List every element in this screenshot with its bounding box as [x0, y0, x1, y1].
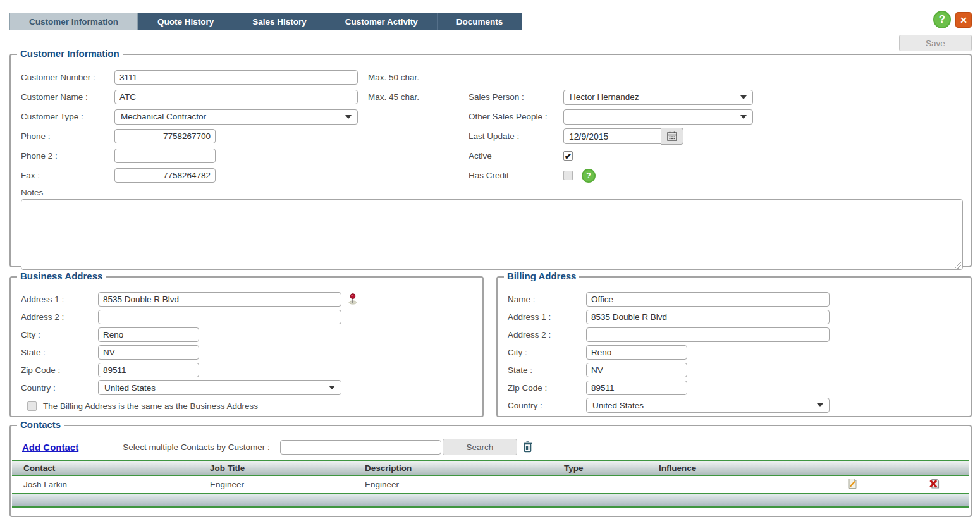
column-type: Type — [553, 461, 647, 475]
fax-input[interactable] — [114, 168, 216, 183]
business-zip-input[interactable] — [98, 363, 199, 377]
last-update-label: Last Update : — [469, 131, 563, 141]
business-country-select[interactable]: United States — [98, 380, 341, 395]
contacts-search-input[interactable] — [280, 440, 441, 455]
billing-zip-input[interactable] — [586, 381, 687, 395]
column-edit — [805, 461, 888, 475]
tab-documents[interactable]: Documents — [437, 13, 522, 30]
tab-sales-history[interactable]: Sales History — [233, 13, 326, 30]
column-job-title: Job Title — [199, 461, 353, 475]
active-checkbox[interactable]: ✔ — [563, 151, 573, 161]
chevron-down-icon — [740, 115, 747, 119]
contacts-table-footer — [12, 493, 969, 508]
close-icon[interactable]: ✕ — [955, 12, 972, 28]
billing-country-label: Country : — [508, 401, 586, 410]
business-address1-label: Address 1 : — [21, 295, 98, 304]
contact-influence-cell — [647, 475, 805, 493]
billing-zip-label: Zip Code : — [508, 383, 586, 393]
contact-description-cell: Engineer — [353, 475, 553, 493]
column-contact: Contact — [12, 461, 199, 475]
chevron-down-icon — [740, 95, 747, 99]
customer-information-legend: Customer Information — [17, 48, 123, 59]
other-sales-people-label: Other Sales People : — [469, 112, 563, 121]
billing-address1-label: Address 1 : — [508, 312, 586, 322]
business-country-value: United States — [104, 383, 156, 393]
active-label: Active — [469, 151, 563, 161]
sales-person-select[interactable]: Hector Hernandez — [563, 90, 753, 105]
billing-address2-input[interactable] — [586, 327, 830, 342]
business-city-label: City : — [21, 330, 98, 339]
billing-city-input[interactable] — [586, 345, 687, 360]
calendar-icon — [667, 131, 677, 141]
contacts-table: Contact Job Title Description Type Influ… — [12, 460, 969, 493]
billing-name-input[interactable] — [586, 292, 830, 307]
column-description: Description — [353, 461, 553, 475]
billing-country-select[interactable]: United States — [586, 398, 830, 413]
billing-city-label: City : — [508, 348, 586, 357]
tab-customer-information[interactable]: Customer Information — [9, 13, 138, 30]
customer-number-input[interactable] — [114, 70, 358, 85]
business-address2-input[interactable] — [98, 310, 341, 324]
chevron-down-icon — [329, 386, 335, 389]
has-credit-checkbox[interactable] — [563, 171, 573, 180]
delete-contact-icon[interactable] — [929, 478, 940, 491]
customer-name-input[interactable] — [114, 90, 358, 104]
phone2-input[interactable] — [114, 149, 216, 163]
contacts-section: Contacts Add Contact Select multiple Con… — [9, 425, 972, 517]
contact-job-title-cell: Engineer — [199, 475, 353, 493]
business-country-label: Country : — [21, 383, 98, 393]
billing-address1-input[interactable] — [586, 310, 830, 324]
business-address1-input[interactable] — [98, 292, 341, 307]
chevron-down-icon — [345, 115, 352, 119]
customer-information-section: Customer Information Customer Number : M… — [9, 54, 972, 267]
tab-customer-activity[interactable]: Customer Activity — [326, 13, 437, 30]
billing-state-input[interactable] — [586, 363, 687, 377]
business-state-input[interactable] — [98, 345, 199, 360]
add-contact-link[interactable]: Add Contact — [22, 442, 78, 453]
last-update-input[interactable] — [563, 128, 661, 144]
save-button[interactable]: Save — [899, 35, 972, 51]
phone2-label: Phone 2 : — [21, 151, 114, 161]
has-credit-help-icon[interactable]: ? — [582, 169, 596, 183]
contacts-header-row: Contact Job Title Description Type Influ… — [12, 461, 969, 475]
customer-name-hint: Max. 45 char. — [368, 92, 419, 102]
business-zip-label: Zip Code : — [21, 365, 98, 375]
billing-address-legend: Billing Address — [504, 271, 579, 281]
map-pin-icon[interactable] — [348, 293, 358, 305]
contact-row: Josh Larkin Engineer Engineer — [12, 475, 969, 493]
column-delete — [888, 461, 969, 475]
phone-input[interactable] — [114, 129, 216, 143]
business-address-legend: Business Address — [17, 271, 106, 281]
has-credit-label: Has Credit — [469, 171, 563, 180]
billing-country-value: United States — [592, 401, 644, 410]
edit-contact-icon[interactable] — [847, 478, 858, 491]
column-influence: Influence — [647, 461, 805, 475]
business-address2-label: Address 2 : — [21, 312, 98, 322]
customer-name-label: Customer Name : — [21, 92, 114, 102]
customer-type-label: Customer Type : — [21, 112, 114, 121]
help-icon[interactable]: ? — [933, 11, 951, 28]
sales-person-label: Sales Person : — [469, 92, 563, 102]
trash-icon[interactable] — [523, 441, 532, 453]
business-city-input[interactable] — [98, 327, 199, 342]
fax-label: Fax : — [21, 171, 114, 180]
notes-textarea[interactable] — [21, 199, 963, 270]
tab-bar: Customer Information Quote History Sales… — [9, 13, 522, 30]
contact-type-cell — [553, 475, 647, 493]
phone-label: Phone : — [21, 131, 114, 141]
billing-address2-label: Address 2 : — [508, 330, 586, 339]
other-sales-people-select[interactable] — [563, 109, 753, 125]
tab-quote-history[interactable]: Quote History — [138, 13, 233, 30]
customer-number-hint: Max. 50 char. — [368, 73, 419, 82]
billing-address-section: Billing Address Name : Address 1 : Addre… — [496, 276, 972, 417]
search-button[interactable]: Search — [443, 439, 517, 455]
business-state-label: State : — [21, 348, 98, 357]
chevron-down-icon — [817, 403, 823, 407]
same-as-business-checkbox[interactable] — [27, 401, 37, 411]
customer-type-value: Mechanical Contractor — [121, 112, 206, 121]
calendar-button[interactable] — [661, 128, 683, 145]
sales-person-value: Hector Hernandez — [570, 92, 639, 102]
customer-number-label: Customer Number : — [21, 73, 114, 82]
business-address-section: Business Address Address 1 : Address 2 :… — [9, 276, 484, 417]
customer-type-select[interactable]: Mechanical Contractor — [114, 109, 358, 125]
